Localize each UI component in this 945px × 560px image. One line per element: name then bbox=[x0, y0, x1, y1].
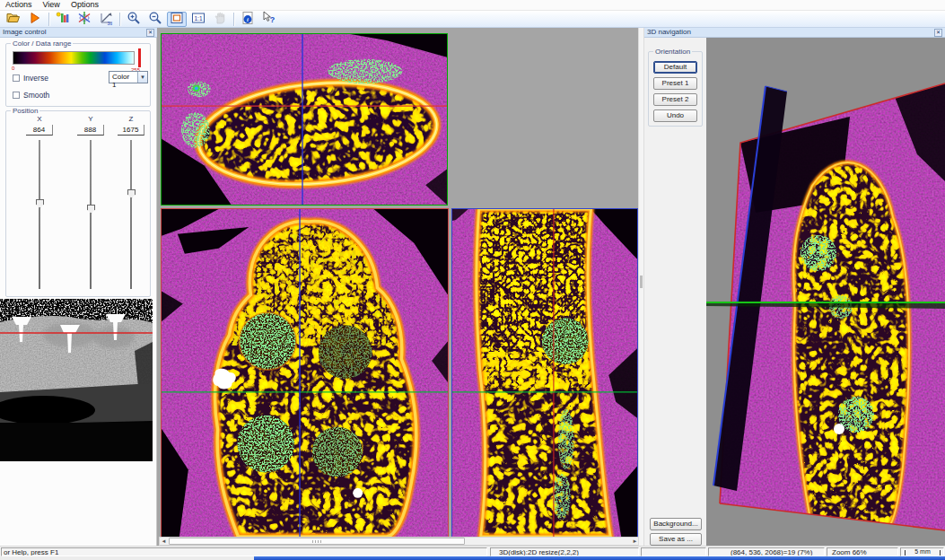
z-slider-thumb[interactable] bbox=[127, 189, 136, 198]
x-axis-label: X bbox=[26, 115, 53, 123]
toolbar: 3d 1:1 i ? bbox=[0, 11, 945, 28]
background-button[interactable]: Background... bbox=[650, 518, 702, 530]
sagittal-view[interactable] bbox=[451, 208, 638, 538]
nav-3d-titlebar: 3D navigation ✕ bbox=[644, 28, 945, 38]
pan-button[interactable] bbox=[210, 12, 230, 27]
svg-text:1:1: 1:1 bbox=[194, 15, 202, 22]
scale-label: 5 mm bbox=[906, 547, 940, 556]
range-max-marker[interactable] bbox=[138, 48, 141, 67]
fit-window-icon bbox=[170, 11, 184, 27]
axes-3d-icon: 3d bbox=[99, 11, 113, 27]
status-zoom: Zoom 66% bbox=[827, 547, 898, 556]
help-icon: ? bbox=[262, 11, 276, 27]
3d-view[interactable] bbox=[706, 38, 945, 546]
toolbar-separator bbox=[119, 13, 120, 26]
preset-1-button[interactable]: Preset 1 bbox=[653, 77, 697, 90]
z-slider-track[interactable] bbox=[130, 140, 132, 289]
scroll-left-icon[interactable]: ◄ bbox=[160, 538, 168, 545]
inverse-checkbox[interactable]: Inverse bbox=[13, 74, 48, 83]
fit-to-window-button[interactable] bbox=[167, 12, 187, 27]
dataviewer-window: Actions View Options 3d 1:1 i ? Image co… bbox=[0, 0, 945, 560]
image-control-titlebar: Image control ✕ bbox=[0, 28, 157, 38]
position-group: Position X Y Z 864 888 1675 bbox=[5, 110, 151, 297]
menu-bar: Actions View Options bbox=[0, 0, 945, 11]
palette-value: Color 1 bbox=[109, 72, 137, 83]
inverse-checkbox-box[interactable] bbox=[13, 74, 20, 82]
open-folder-icon bbox=[6, 11, 21, 27]
info-document-icon: i bbox=[241, 11, 255, 27]
status-scale: 5 mm bbox=[900, 547, 944, 556]
coronal-view[interactable] bbox=[161, 208, 449, 538]
y-slider-thumb[interactable] bbox=[87, 205, 95, 214]
y-axis-label: Y bbox=[77, 115, 104, 123]
toolbar-separator bbox=[233, 13, 234, 26]
axes-3d-button[interactable]: 3d bbox=[96, 12, 116, 27]
inverse-label: Inverse bbox=[23, 74, 48, 83]
y-slider-track[interactable] bbox=[90, 140, 92, 289]
zoom-in-button[interactable] bbox=[124, 12, 144, 27]
x-slider-thumb[interactable] bbox=[36, 199, 44, 208]
undo-button[interactable]: Undo bbox=[653, 109, 697, 122]
x-slider-track[interactable] bbox=[39, 140, 40, 289]
scrollbar-thumb[interactable] bbox=[169, 538, 465, 545]
range-min-label: 0 bbox=[12, 66, 14, 71]
one-to-one-icon: 1:1 bbox=[191, 11, 206, 27]
close-panel-button[interactable]: ✕ bbox=[934, 29, 942, 37]
smooth-checkbox[interactable]: Smooth bbox=[13, 91, 49, 100]
splitter-grip bbox=[640, 276, 643, 288]
status-bar: or Help, press F1 3D(disk):2D resize(2,2… bbox=[0, 546, 945, 556]
actual-size-button[interactable]: 1:1 bbox=[188, 12, 208, 27]
dataset-colors-icon bbox=[56, 11, 70, 27]
status-empty bbox=[641, 547, 706, 556]
menu-options[interactable]: Options bbox=[66, 0, 104, 10]
save-as-button[interactable]: Save as ... bbox=[650, 533, 702, 546]
context-help-button[interactable]: ? bbox=[259, 12, 279, 27]
smooth-label: Smooth bbox=[23, 91, 49, 100]
image-control-title: Image control bbox=[3, 28, 46, 36]
taskbar-edge bbox=[254, 556, 945, 560]
orientation-label: Orientation bbox=[653, 48, 692, 56]
palette-select[interactable]: Color 1 ▼ bbox=[109, 71, 148, 83]
scrollbar-grip bbox=[312, 540, 321, 543]
play-icon bbox=[28, 11, 42, 27]
toolbar-separator bbox=[48, 13, 49, 26]
pane-splitter[interactable] bbox=[638, 28, 644, 546]
x-position-field[interactable]: 864 bbox=[26, 125, 53, 136]
transaxial-view[interactable] bbox=[161, 33, 448, 206]
color-data-range-group: Color / Data range 0 255 Inverse Color 1… bbox=[5, 43, 151, 107]
preview-image[interactable] bbox=[0, 299, 153, 461]
z-axis-label: Z bbox=[118, 115, 144, 123]
svg-text:i: i bbox=[247, 16, 249, 22]
status-help: or Help, press F1 bbox=[1, 547, 487, 556]
dataset-button[interactable] bbox=[53, 12, 73, 27]
horizontal-scrollbar[interactable]: ◄ ► bbox=[159, 537, 640, 546]
position-label: Position bbox=[11, 107, 39, 115]
z-position-field[interactable]: 1675 bbox=[118, 125, 144, 136]
close-panel-button[interactable]: ✕ bbox=[146, 29, 154, 37]
zoom-out-button[interactable] bbox=[145, 12, 165, 27]
menu-actions[interactable]: Actions bbox=[0, 0, 38, 10]
zoom-out-icon bbox=[148, 11, 162, 27]
chevron-down-icon[interactable]: ▼ bbox=[137, 72, 147, 83]
run-button[interactable] bbox=[25, 12, 45, 27]
open-file-button[interactable] bbox=[4, 12, 23, 27]
image-control-panel: Image control ✕ Color / Data range 0 255… bbox=[0, 28, 157, 546]
orientation-group: Orientation Default Preset 1 Preset 2 Un… bbox=[648, 51, 703, 127]
nav-3d-panel: Orientation Default Preset 1 Preset 2 Un… bbox=[644, 38, 706, 546]
scale-bar: 5 mm bbox=[905, 550, 941, 556]
zoom-in-icon bbox=[127, 11, 141, 27]
y-position-field[interactable]: 888 bbox=[77, 125, 104, 136]
smooth-checkbox-box[interactable] bbox=[13, 92, 20, 99]
nav-3d-title: 3D navigation bbox=[647, 28, 691, 36]
default-button[interactable]: Default bbox=[653, 61, 697, 74]
menu-view[interactable]: View bbox=[38, 0, 66, 10]
hand-icon bbox=[213, 11, 227, 27]
status-cursor-info: (864, 536, 2068)=19 (7%) bbox=[708, 547, 825, 556]
rotate-3d-icon bbox=[77, 11, 92, 27]
rotate-3d-button[interactable] bbox=[74, 12, 94, 27]
color-gradient-bar[interactable] bbox=[13, 51, 135, 65]
bottom-strip bbox=[0, 556, 945, 560]
info-button[interactable]: i bbox=[238, 12, 258, 27]
preset-2-button[interactable]: Preset 2 bbox=[653, 93, 697, 106]
svg-text:?: ? bbox=[270, 15, 276, 24]
